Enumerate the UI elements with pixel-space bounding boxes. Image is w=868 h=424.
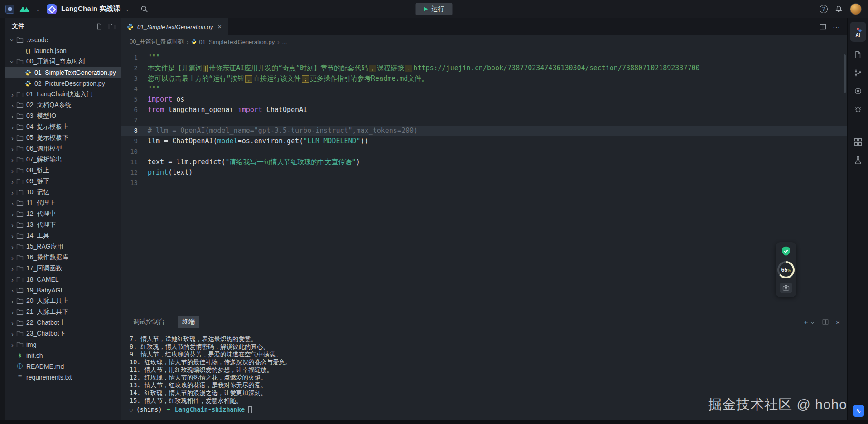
test-beaker-icon[interactable] bbox=[853, 155, 863, 165]
tab-terminal[interactable]: 终端 bbox=[178, 316, 199, 328]
tree-item-folder[interactable]: ›02_文档QA系统 bbox=[5, 100, 121, 111]
tree-item-file[interactable]: ⓘREADME.md bbox=[5, 361, 121, 372]
tree-item-folder[interactable]: ›15_RAG应用 bbox=[5, 241, 121, 252]
code-token: langchain_openai bbox=[164, 106, 238, 114]
debug-bug-icon[interactable] bbox=[853, 104, 863, 114]
terminal-line: 11. 情人节，用红玫瑰编织爱的梦想，让幸福绽放。 bbox=[130, 366, 847, 374]
tree-item-folder[interactable]: ›11_代理上 bbox=[5, 198, 121, 209]
chevron-down-icon: ⌄ bbox=[810, 320, 815, 324]
chevron-icon: › bbox=[9, 222, 16, 229]
search-icon[interactable] bbox=[140, 5, 148, 13]
tree-item-folder[interactable]: ›12_代理中 bbox=[5, 209, 121, 219]
tree-item-file[interactable]: 02_PictureDescription.py bbox=[5, 78, 121, 89]
folder-icon bbox=[16, 102, 24, 108]
file-explorer-icon[interactable] bbox=[853, 50, 863, 60]
explorer-title: 文件 bbox=[12, 22, 24, 30]
tree-item-folder[interactable]: ›08_链上 bbox=[5, 165, 121, 176]
shield-check-icon[interactable] bbox=[780, 245, 792, 257]
chevron-icon: › bbox=[9, 200, 16, 207]
folder-icon bbox=[16, 37, 24, 43]
notifications-bell-icon[interactable] bbox=[835, 5, 843, 13]
new-folder-icon[interactable] bbox=[108, 23, 116, 30]
tree-item-folder[interactable]: ›20_人脉工具上 bbox=[5, 296, 121, 307]
tree-item-folder[interactable]: ›07_解析输出 bbox=[5, 154, 121, 165]
code-health-widget: 65 % bbox=[776, 242, 796, 297]
tree-item-folder[interactable]: ›06_调用模型 bbox=[5, 143, 121, 154]
code-line: 2本文件是【开篇词|带你亲证AI应用开发的“奇点”时刻】章节的配套代码，课程链接… bbox=[121, 63, 847, 73]
run-label: 运行 bbox=[432, 5, 444, 13]
tree-item-label: 01_LangChain快速入门 bbox=[26, 90, 93, 98]
tree-item-folder[interactable]: ›16_操作数据库 bbox=[5, 252, 121, 263]
chevron-down-icon[interactable]: ⌄ bbox=[35, 7, 40, 11]
editor-tab[interactable]: 01_SimpleTextGeneration.py × bbox=[121, 18, 228, 35]
breadcrumb-symbol[interactable]: ... bbox=[282, 39, 287, 45]
code-editor[interactable]: 1"""2本文件是【开篇词|带你亲证AI应用开发的“奇点”时刻】章节的配套代码，… bbox=[121, 48, 847, 313]
tree-item-folder[interactable]: ›19_BabyAGI bbox=[5, 285, 121, 296]
tree-item-label: 17_回调函数 bbox=[26, 264, 62, 273]
tree-item-folder[interactable]: ›14_工具 bbox=[5, 230, 121, 241]
tree-item-file[interactable]: 01_SimpleTextGeneration.py bbox=[5, 67, 121, 78]
tree-item-folder[interactable]: ›00_开篇词_奇点时刻 bbox=[5, 56, 121, 67]
tree-item-label: 19_BabyAGI bbox=[26, 287, 62, 294]
close-icon[interactable]: × bbox=[217, 23, 222, 30]
folder-icon bbox=[16, 113, 24, 119]
help-icon[interactable]: ? bbox=[820, 5, 828, 13]
tree-item-folder[interactable]: ›17_回调函数 bbox=[5, 263, 121, 274]
folder-icon bbox=[16, 341, 24, 348]
git-branch-icon[interactable] bbox=[853, 68, 863, 78]
close-panel-icon[interactable]: × bbox=[836, 318, 840, 326]
tree-item-folder[interactable]: ›13_代理下 bbox=[5, 219, 121, 230]
tree-item-folder[interactable]: ›05_提示模板下 bbox=[5, 132, 121, 143]
new-terminal-button[interactable]: ＋⌄ bbox=[802, 318, 815, 327]
tree-item-label: 02_PictureDescription.py bbox=[34, 80, 105, 87]
tab-debug-console[interactable]: 调试控制台 bbox=[129, 316, 169, 328]
run-target-icon[interactable] bbox=[853, 86, 863, 96]
ai-assistant-button[interactable]: ✦ AI bbox=[850, 22, 866, 42]
tree-item-label: 01_SimpleTextGeneration.py bbox=[34, 69, 116, 76]
tree-item-folder[interactable]: ›img bbox=[5, 339, 121, 350]
breadcrumb-file[interactable]: 01_SimpleTextGeneration.py bbox=[191, 39, 275, 45]
tree-item-folder[interactable]: ›04_提示模板上 bbox=[5, 122, 121, 132]
tree-item-file[interactable]: $init.sh bbox=[5, 350, 121, 361]
workspace-logo-icon[interactable] bbox=[19, 5, 31, 13]
editor-scrollbar[interactable] bbox=[844, 54, 846, 93]
chevron-icon: › bbox=[9, 113, 16, 120]
tree-item-folder[interactable]: ›.vscode bbox=[5, 34, 121, 45]
screenshot-camera-icon[interactable] bbox=[780, 283, 792, 293]
score-ring[interactable]: 65 % bbox=[777, 261, 795, 278]
tree-item-folder[interactable]: ›01_LangChain快速入门 bbox=[5, 89, 121, 100]
terminal-lines: 7. 情人节，送她红玫瑰，表达最炽热的爱意。8. 红玫瑰，情人节的爱情密码，解锁… bbox=[130, 335, 847, 405]
tree-item-folder[interactable]: ›18_CAMEL bbox=[5, 274, 121, 285]
run-button[interactable]: 运行 bbox=[416, 3, 453, 15]
top-bar-left: ⌄ LangChain 实战课 ⌄ bbox=[0, 4, 148, 14]
tree-item-folder[interactable]: ›23_Chatbot下 bbox=[5, 328, 121, 339]
tree-item-folder[interactable]: ›22_Chatbot上 bbox=[5, 317, 121, 328]
chat-float-button[interactable]: ∿ bbox=[853, 405, 864, 417]
project-title[interactable]: LangChain 实战课 bbox=[61, 5, 121, 13]
chevron-icon: › bbox=[9, 91, 16, 98]
extensions-icon[interactable] bbox=[853, 137, 863, 147]
line-number: 10 bbox=[121, 146, 148, 157]
shell-icon: $ bbox=[16, 352, 24, 359]
tree-item-folder[interactable]: ›09_链下 bbox=[5, 176, 121, 187]
more-actions-icon[interactable]: ⋯ bbox=[833, 23, 840, 31]
code-token: """ bbox=[148, 54, 160, 62]
terminal-line: 9. 情人节，红玫瑰的芬芳，是爱的味道在空气中荡漾。 bbox=[130, 351, 847, 358]
chevron-down-icon[interactable]: ⌄ bbox=[125, 7, 130, 11]
code-token: llm = ChatOpenAI( bbox=[148, 137, 217, 145]
code-link[interactable]: https://juejin.cn/book/73877023474361303… bbox=[413, 64, 699, 72]
user-avatar[interactable] bbox=[850, 3, 862, 15]
tree-item-file[interactable]: ≣requirements.txt bbox=[5, 372, 121, 383]
split-panel-icon[interactable] bbox=[822, 319, 829, 325]
tree-item-label: 18_CAMEL bbox=[26, 276, 59, 283]
code-token: | bbox=[203, 65, 208, 72]
tree-item-folder[interactable]: ›10_记忆 bbox=[5, 187, 121, 198]
tree-item-folder[interactable]: ›21_人脉工具下 bbox=[5, 307, 121, 317]
tree-item-folder[interactable]: ›03_模型IO bbox=[5, 111, 121, 122]
breadcrumb-folder[interactable]: 00_开篇词_奇点时刻 bbox=[130, 38, 184, 46]
app-menu-icon[interactable] bbox=[5, 5, 14, 14]
code-token: 您可以点击最上方的“运行”按钮 bbox=[148, 74, 244, 83]
split-editor-icon[interactable] bbox=[820, 24, 826, 30]
tree-item-file[interactable]: {}launch.json bbox=[5, 45, 121, 56]
new-file-icon[interactable] bbox=[96, 23, 103, 30]
